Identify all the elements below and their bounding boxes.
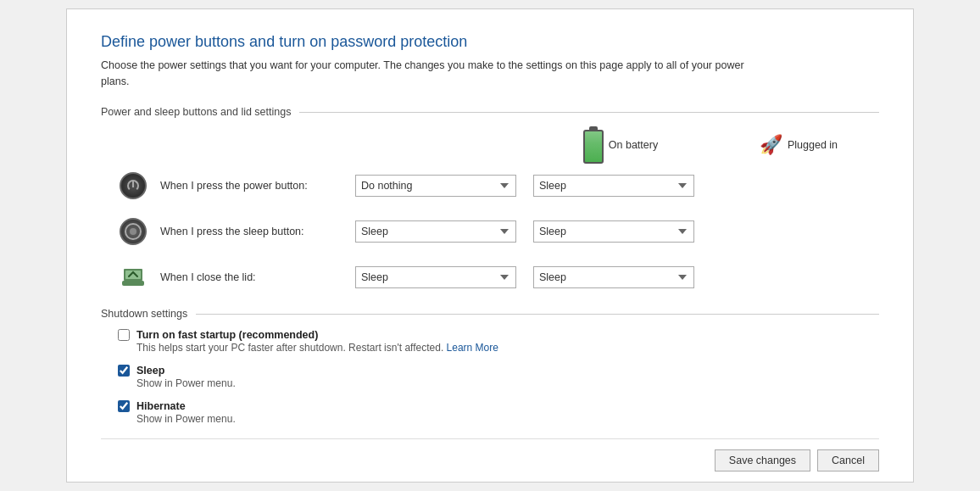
sleep-button-battery-select[interactable]: Do nothing Sleep Hibernate Shut down Tur… bbox=[355, 220, 516, 243]
page-description: Choose the power settings that you want … bbox=[101, 58, 762, 90]
footer: Save changes Cancel bbox=[101, 438, 879, 482]
fast-startup-item: Turn on fast startup (recommended) This … bbox=[101, 328, 879, 354]
lid-row: When I close the lid: Do nothing Sleep H… bbox=[101, 262, 879, 293]
save-button[interactable]: Save changes bbox=[715, 449, 810, 471]
main-window: Define power buttons and turn on passwor… bbox=[66, 8, 914, 483]
section-shutdown-header: Shutdown settings bbox=[101, 308, 879, 320]
power-button-row: When I press the power button: Do nothin… bbox=[101, 170, 879, 201]
on-battery-header: On battery bbox=[540, 126, 701, 164]
lid-selects: Do nothing Sleep Hibernate Shut down Tur… bbox=[355, 266, 879, 288]
lid-svg bbox=[120, 265, 146, 289]
lid-label: When I close the lid: bbox=[160, 271, 355, 283]
sleep-checkbox[interactable] bbox=[118, 365, 130, 377]
page-title: Define power buttons and turn on passwor… bbox=[101, 33, 879, 51]
sleep-button-plugged-select[interactable]: Do nothing Sleep Hibernate Shut down Tur… bbox=[533, 220, 694, 243]
power-button-plugged-select[interactable]: Do nothing Sleep Hibernate Shut down Tur… bbox=[533, 175, 694, 197]
sleep-button-row: When I press the sleep button: Do nothin… bbox=[101, 216, 879, 247]
hibernate-checkbox[interactable] bbox=[118, 400, 130, 412]
sleep-item: Sleep Show in Power menu. bbox=[101, 364, 879, 389]
sleep-button-selects: Do nothing Sleep Hibernate Shut down Tur… bbox=[355, 220, 879, 243]
svg-rect-0 bbox=[122, 281, 144, 286]
power-button-selects: Do nothing Sleep Hibernate Shut down Tur… bbox=[355, 175, 879, 197]
power-button-label: When I press the power button: bbox=[160, 180, 355, 192]
power-button-icon bbox=[118, 170, 148, 201]
fast-startup-checkbox[interactable] bbox=[118, 329, 130, 341]
column-headers: On battery 🚀 Plugged in bbox=[101, 126, 879, 164]
hibernate-item: Hibernate Show in Power menu. bbox=[101, 399, 879, 425]
lid-icon bbox=[118, 262, 148, 293]
lid-plugged-select[interactable]: Do nothing Sleep Hibernate Shut down Tur… bbox=[533, 266, 694, 288]
plugged-in-header: 🚀 Plugged in bbox=[718, 134, 879, 156]
learn-more-link[interactable]: Learn More bbox=[447, 342, 498, 354]
sleep-button-icon bbox=[118, 216, 148, 247]
power-button-battery-select[interactable]: Do nothing Sleep Hibernate Shut down Tur… bbox=[355, 175, 516, 197]
rocket-icon: 🚀 bbox=[760, 134, 782, 156]
lid-battery-select[interactable]: Do nothing Sleep Hibernate Shut down Tur… bbox=[355, 266, 516, 288]
sleep-button-label: When I press the sleep button: bbox=[160, 226, 355, 237]
battery-icon bbox=[583, 126, 604, 164]
cancel-button[interactable]: Cancel bbox=[817, 449, 879, 471]
section-power-sleep-header: Power and sleep buttons and lid settings bbox=[101, 106, 879, 118]
